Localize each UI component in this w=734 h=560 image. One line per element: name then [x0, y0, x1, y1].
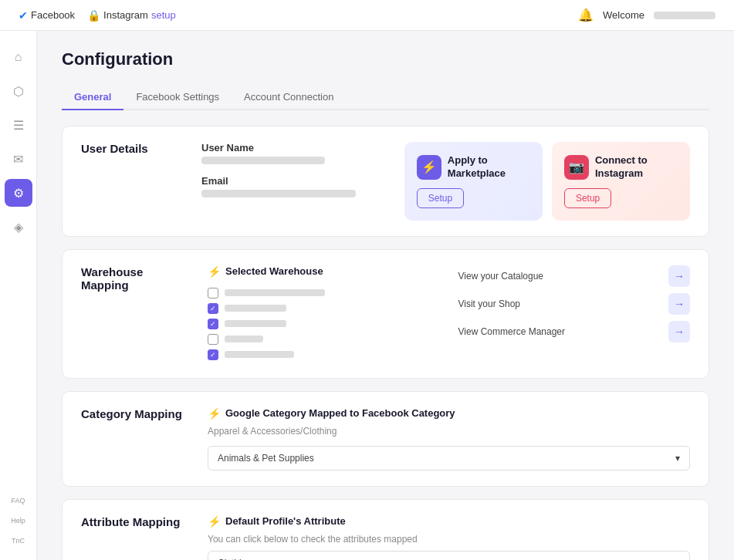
bell-icon[interactable]: 🔔 — [578, 8, 594, 22]
warehouse-name-3-blur — [225, 320, 286, 327]
catalogue-link-2-arrow[interactable]: → — [668, 293, 690, 315]
instagram-label: Instagram — [103, 9, 148, 21]
user-details-title: User Details — [81, 142, 189, 155]
welcome-label: Welcome — [603, 9, 644, 21]
sidebar-item-home[interactable]: ⌂ — [5, 43, 32, 71]
marketplace-cards: ⚡ Apply to Marketplace Setup 📷 — [404, 142, 690, 221]
sidebar-faq[interactable]: FAQ — [11, 494, 25, 508]
catalogue-link-3: View Commerce Manager → — [458, 321, 691, 342]
category-section: Category Mapping ⚡ Google Category Mappe… — [62, 391, 709, 487]
warehouse-name-1-blur — [225, 289, 325, 296]
catalogue-link-3-arrow[interactable]: → — [668, 321, 690, 342]
facebook-checkmark-icon: ✔ — [19, 9, 28, 22]
attribute-title: Attribute Mapping — [81, 515, 189, 528]
warehouse-bolt-icon: ⚡ — [208, 265, 221, 278]
instagram-brand[interactable]: 🔒 Instagram setup — [87, 9, 176, 22]
warehouse-section: Warehouse Mapping ⚡ Selected Warehouse — [62, 249, 709, 379]
email-value-blur — [201, 190, 356, 197]
warehouse-item-4 — [208, 332, 440, 347]
user-info: User Name Email — [201, 142, 392, 208]
attribute-section: Attribute Mapping ⚡ Default Profile's At… — [62, 499, 709, 560]
catalogue-link-2-label: Visit your Shop — [458, 299, 521, 309]
catalogue-link-3-label: View Commerce Manager — [458, 326, 566, 337]
instagram-camera-icon: 📷 — [564, 155, 589, 180]
attribute-subtitle: You can click below to check the attribu… — [208, 534, 690, 545]
category-bolt-icon: ⚡ — [208, 407, 221, 420]
category-title: Category Mapping — [81, 407, 189, 420]
catalogue-link-1-arrow[interactable]: → — [668, 265, 690, 287]
marketplace-bolt-icon: ⚡ — [417, 155, 441, 180]
sidebar-item-integrations[interactable]: ◈ — [5, 213, 32, 241]
connect-instagram-card: 📷 Connect to Instagram Setup — [552, 142, 690, 221]
warehouse-checkbox-3[interactable]: ✓ — [208, 319, 218, 329]
category-dropdown-arrow: ▾ — [675, 453, 680, 464]
email-label: Email — [201, 175, 392, 187]
instagram-card-title: Connect to Instagram — [595, 154, 648, 180]
category-right: ⚡ Google Category Mapped to Facebook Cat… — [208, 407, 690, 471]
catalogue-link-2: Visit your Shop → — [458, 293, 691, 315]
topnav: ✔ Facebook 🔒 Instagram setup 🔔 Welcome — [0, 0, 734, 31]
warehouse-checkbox-2[interactable]: ✓ — [208, 303, 218, 314]
attribute-right: ⚡ Default Profile's Attribute You can cl… — [208, 515, 690, 560]
catalogue-links: View your Catalogue → Visit your Shop → … — [458, 265, 691, 363]
instagram-setup-button[interactable]: Setup — [564, 188, 611, 208]
warehouse-name-5-blur — [225, 351, 294, 358]
main-content: Configuration General Facebook Settings … — [37, 31, 734, 560]
google-cat-label: ⚡ Google Category Mapped to Facebook Cat… — [208, 407, 690, 420]
username-label: User Name — [201, 142, 392, 153]
selected-warehouse-label: ⚡ Selected Warehouse — [208, 265, 440, 278]
page-title: Configuration — [62, 49, 709, 69]
catalogue-link-1: View your Catalogue → — [458, 265, 691, 287]
warehouse-item-5: ✓ — [208, 347, 440, 363]
topnav-right: 🔔 Welcome — [578, 8, 715, 22]
user-details-section: User Details User Name Email ⚡ — [62, 126, 709, 237]
default-profile-label-text: Default Profile's Attribute — [225, 515, 346, 527]
user-name-blur — [654, 12, 715, 19]
marketplace-card-title: Apply to Marketplace — [448, 154, 506, 180]
category-dropdown[interactable]: Animals & Pet Supplies ▾ — [208, 446, 690, 471]
facebook-brand[interactable]: ✔ Facebook — [19, 9, 75, 22]
warehouse-item-2: ✓ — [208, 301, 440, 316]
sidebar-item-settings[interactable]: ⚙ — [5, 179, 32, 207]
attribute-bolt-icon: ⚡ — [208, 515, 221, 528]
sidebar-item-products[interactable]: ⬡ — [5, 77, 32, 105]
sidebar-help[interactable]: Help — [11, 514, 25, 528]
instagram-card-header: 📷 Connect to Instagram — [564, 154, 678, 180]
warehouse-name-2-blur — [225, 305, 286, 312]
warehouse-checkbox-5[interactable]: ✓ — [208, 349, 218, 360]
warehouse-checkbox-1[interactable] — [208, 288, 218, 299]
instagram-setup-link[interactable]: setup — [151, 9, 176, 21]
category-subtitle: Apparel & Accessories/Clothing — [208, 426, 690, 437]
attribute-dropdown[interactable]: Clothing ▾ — [208, 551, 690, 560]
tab-general[interactable]: General — [62, 85, 123, 110]
catalogue-link-1-label: View your Catalogue — [458, 271, 544, 282]
warehouse-item-3: ✓ — [208, 316, 440, 332]
default-profile-label: ⚡ Default Profile's Attribute — [208, 515, 690, 528]
warehouse-name-4-blur — [225, 336, 263, 342]
username-value-blur — [201, 157, 325, 164]
apply-marketplace-card: ⚡ Apply to Marketplace Setup — [404, 142, 543, 221]
marketplace-setup-button[interactable]: Setup — [417, 188, 464, 208]
sidebar: ⌂ ⬡ ☰ ✉ ⚙ ◈ FAQ Help TnC — [0, 31, 37, 560]
tab-facebook-settings[interactable]: Facebook Settings — [123, 85, 232, 110]
warehouse-left: ⚡ Selected Warehouse ✓ — [208, 265, 440, 363]
tab-account-connection[interactable]: Account Connection — [232, 85, 346, 110]
warehouse-item-1 — [208, 285, 440, 301]
facebook-label: Facebook — [31, 9, 75, 21]
sidebar-item-messages[interactable]: ✉ — [5, 145, 32, 173]
sidebar-tnc[interactable]: TnC — [12, 534, 25, 548]
category-dropdown-value: Animals & Pet Supplies — [218, 453, 314, 464]
instagram-lock-icon: 🔒 — [87, 9, 100, 22]
warehouse-title: Warehouse Mapping — [81, 265, 189, 292]
google-cat-label-text: Google Category Mapped to Facebook Categ… — [225, 407, 455, 419]
warehouse-checkbox-4[interactable] — [208, 334, 218, 345]
sidebar-item-orders[interactable]: ☰ — [5, 111, 32, 139]
tabs-bar: General Facebook Settings Account Connec… — [62, 85, 709, 110]
marketplace-card-header: ⚡ Apply to Marketplace — [417, 154, 530, 180]
